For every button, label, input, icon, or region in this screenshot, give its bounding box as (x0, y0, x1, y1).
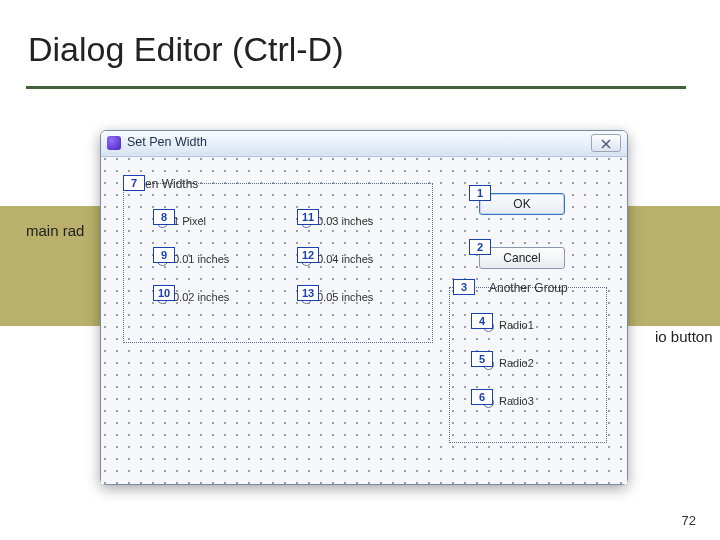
groupbox-another-group-label: Another Group (489, 281, 568, 295)
tab-marker-6[interactable]: 6 (471, 389, 493, 405)
tab-marker-10[interactable]: 10 (153, 285, 175, 301)
dialog-window: Set Pen Width Pen Widths 1 Pixel 0.01 in… (100, 130, 628, 485)
tab-marker-9[interactable]: 9 (153, 247, 175, 263)
radio-label: 0.02 inches (173, 291, 229, 303)
tab-marker-4[interactable]: 4 (471, 313, 493, 329)
radio-label: 0.03 inches (317, 215, 373, 227)
radio-label: Radio3 (499, 395, 534, 407)
app-icon (107, 136, 121, 150)
tab-marker-2[interactable]: 2 (469, 239, 491, 255)
tab-marker-3[interactable]: 3 (453, 279, 475, 295)
page-number: 72 (682, 513, 696, 528)
radio-label: 0.01 inches (173, 253, 229, 265)
radio-label: Radio2 (499, 357, 534, 369)
tab-marker-12[interactable]: 12 (297, 247, 319, 263)
ok-button[interactable]: OK (479, 193, 565, 215)
slide-heading-wrap: Dialog Editor (Ctrl-D) (28, 30, 344, 69)
right-caption: io button (655, 328, 713, 345)
window-title: Set Pen Width (127, 135, 207, 149)
radio-label: 0.05 inches (317, 291, 373, 303)
tab-marker-11[interactable]: 11 (297, 209, 319, 225)
button-label: OK (513, 197, 530, 211)
tab-marker-5[interactable]: 5 (471, 351, 493, 367)
radio-label: 0.04 inches (317, 253, 373, 265)
tab-marker-7[interactable]: 7 (123, 175, 145, 191)
tab-marker-13[interactable]: 13 (297, 285, 319, 301)
radio-label: 1 Pixel (173, 215, 206, 227)
cancel-button[interactable]: Cancel (479, 247, 565, 269)
titlebar[interactable]: Set Pen Width (101, 131, 627, 157)
tab-marker-1[interactable]: 1 (469, 185, 491, 201)
heading-rule (26, 86, 686, 89)
radio-label: Radio1 (499, 319, 534, 331)
close-button[interactable] (591, 134, 621, 152)
button-label: Cancel (503, 251, 540, 265)
slide-heading: Dialog Editor (Ctrl-D) (28, 30, 344, 69)
dialog-canvas[interactable]: Pen Widths 1 Pixel 0.01 inches 0.02 inch… (101, 157, 627, 484)
tab-marker-8[interactable]: 8 (153, 209, 175, 225)
groupbox-pen-widths-label: Pen Widths (137, 177, 198, 191)
close-icon (601, 139, 611, 149)
left-caption: main rad (26, 222, 84, 239)
